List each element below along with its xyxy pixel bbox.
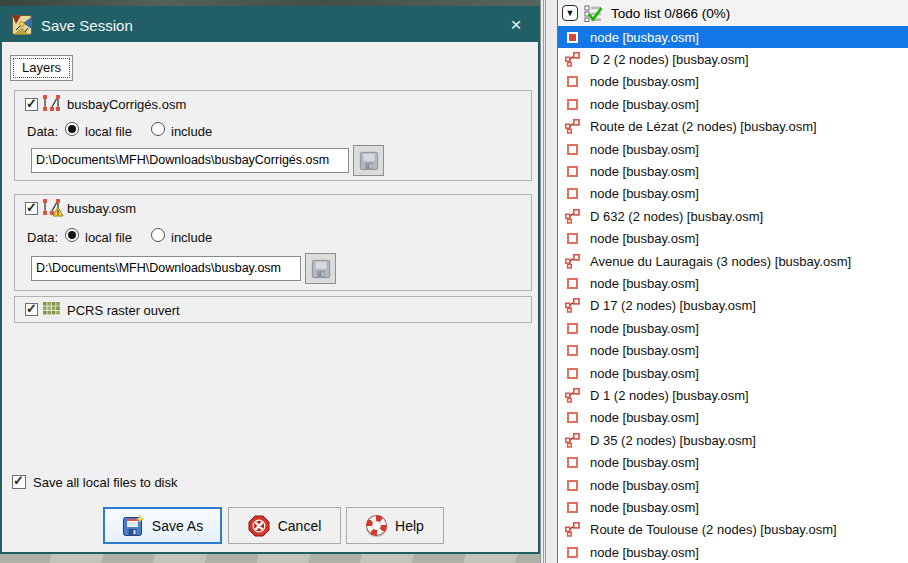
node-icon: [567, 278, 578, 289]
node-icon: [567, 368, 578, 379]
layer2-data-label: Data:: [27, 230, 58, 245]
cancel-icon: [248, 515, 270, 537]
todo-item-label: node [busbay.osm]: [590, 545, 699, 560]
cancel-label: Cancel: [278, 518, 322, 534]
todo-list-item[interactable]: Route de Toulouse (2 nodes) [busbay.osm]: [558, 519, 908, 541]
node-icon: [567, 502, 578, 513]
todo-panel: ▼ Todo list 0/866 (0%) node [busbay.osm]: [557, 0, 908, 563]
way-icon: [565, 119, 580, 134]
tab-layers[interactable]: Layers: [10, 55, 73, 81]
screen: Save Session × Layers busbayCorrigés.osm…: [0, 0, 908, 563]
node-icon: [567, 480, 578, 491]
node-icon: [567, 457, 578, 468]
todo-list-item[interactable]: node [busbay.osm]: [558, 272, 908, 294]
todo-item-label: node [busbay.osm]: [590, 500, 699, 515]
todo-item-label: node [busbay.osm]: [590, 276, 699, 291]
way-icon: [565, 209, 580, 224]
todo-item-label: node [busbay.osm]: [590, 30, 699, 45]
layer3-enabled-checkbox[interactable]: [25, 303, 38, 316]
raster-grid-icon: [43, 302, 60, 316]
todo-list-item[interactable]: node [busbay.osm]: [558, 138, 908, 160]
layer2-enabled-checkbox[interactable]: [25, 202, 38, 215]
layer2-local-file-radio[interactable]: [65, 228, 79, 242]
todo-item-label: D 2 (2 nodes) [busbay.osm]: [590, 52, 749, 67]
todo-item-label: node [busbay.osm]: [590, 366, 699, 381]
todo-list-item[interactable]: node [busbay.osm]: [558, 26, 908, 48]
layer1-local-file-label[interactable]: local file: [85, 124, 132, 139]
layer1-path-field[interactable]: D:\Documents\MFH\Downloads\busbayCorrigé…: [31, 148, 349, 173]
todo-list-item[interactable]: D 1 (2 nodes) [busbay.osm]: [558, 384, 908, 406]
todo-list-item[interactable]: Avenue du Lauragais (3 nodes) [busbay.os…: [558, 250, 908, 272]
osm-data-layer-warning-icon: [42, 198, 64, 217]
todo-list-item[interactable]: D 17 (2 nodes) [busbay.osm]: [558, 295, 908, 317]
todo-panel-header: ▼ Todo list 0/866 (0%): [558, 0, 908, 26]
layer1-include-label[interactable]: include: [171, 124, 212, 139]
save-as-label: Save As: [152, 518, 203, 534]
todo-list-item[interactable]: D 35 (2 nodes) [busbay.osm]: [558, 429, 908, 451]
todo-item-label: node [busbay.osm]: [590, 186, 699, 201]
todo-item-label: node [busbay.osm]: [590, 343, 699, 358]
todo-list-item[interactable]: node [busbay.osm]: [558, 228, 908, 250]
way-icon: [565, 388, 580, 403]
close-icon[interactable]: ×: [500, 12, 532, 38]
layer2-include-radio[interactable]: [151, 228, 165, 242]
layer-group-pcrs: PCRS raster ouvert: [14, 296, 532, 323]
way-icon: [565, 522, 580, 537]
dialog-titlebar[interactable]: Save Session ×: [2, 8, 538, 42]
layer-group-busbaycorriges: busbayCorrigés.osm Data: local file incl…: [14, 90, 532, 181]
layer2-include-label[interactable]: include: [171, 230, 212, 245]
panel-splitter[interactable]: [540, 0, 557, 563]
todo-list-item[interactable]: node [busbay.osm]: [558, 71, 908, 93]
osm-data-layer-icon: [42, 94, 62, 112]
layer2-save-file-button[interactable]: [305, 253, 336, 284]
todo-list-item[interactable]: node [busbay.osm]: [558, 93, 908, 115]
todo-list-item[interactable]: D 632 (2 nodes) [busbay.osm]: [558, 205, 908, 227]
todo-list-item[interactable]: node [busbay.osm]: [558, 160, 908, 182]
way-icon: [565, 254, 580, 269]
todo-list-item[interactable]: node [busbay.osm]: [558, 451, 908, 473]
todo-list-item[interactable]: node [busbay.osm]: [558, 339, 908, 361]
todo-list-item[interactable]: node [busbay.osm]: [558, 362, 908, 384]
layer1-data-label: Data:: [27, 124, 58, 139]
node-icon: [567, 412, 578, 423]
layer1-enabled-checkbox[interactable]: [25, 98, 38, 111]
chevron-down-icon[interactable]: ▼: [562, 5, 578, 21]
help-button[interactable]: Help: [346, 507, 444, 544]
todo-item-label: D 17 (2 nodes) [busbay.osm]: [590, 298, 756, 313]
layer1-local-file-radio[interactable]: [65, 122, 79, 136]
node-icon: [567, 32, 578, 43]
layer1-include-radio[interactable]: [151, 122, 165, 136]
todo-item-label: D 1 (2 nodes) [busbay.osm]: [590, 388, 749, 403]
todo-list-item[interactable]: node [busbay.osm]: [558, 541, 908, 563]
floppy-disabled-icon: [359, 151, 379, 171]
todo-item-label: node [busbay.osm]: [590, 164, 699, 179]
layer1-save-file-button[interactable]: [353, 145, 384, 176]
todo-list-item[interactable]: D 2 (2 nodes) [busbay.osm]: [558, 48, 908, 70]
save-all-label[interactable]: Save all local files to disk: [33, 475, 178, 490]
todo-item-label: node [busbay.osm]: [590, 74, 699, 89]
way-icon: [565, 298, 580, 313]
todo-list-item[interactable]: node [busbay.osm]: [558, 474, 908, 496]
layer3-name: PCRS raster ouvert: [67, 303, 180, 318]
cancel-button[interactable]: Cancel: [228, 507, 341, 544]
node-icon: [567, 188, 578, 199]
layer2-name: busbay.osm: [67, 201, 136, 216]
todo-list-item[interactable]: node [busbay.osm]: [558, 407, 908, 429]
node-icon: [567, 547, 578, 558]
todo-list-item[interactable]: node [busbay.osm]: [558, 183, 908, 205]
layer2-local-file-label[interactable]: local file: [85, 230, 132, 245]
node-icon: [567, 166, 578, 177]
todo-item-label: Avenue du Lauragais (3 nodes) [busbay.os…: [590, 254, 851, 269]
todo-list-item[interactable]: node [busbay.osm]: [558, 496, 908, 518]
todo-panel-title: Todo list 0/866 (0%): [611, 6, 730, 21]
background-photo-bottom: [0, 554, 540, 563]
save-all-checkbox[interactable]: [12, 475, 26, 489]
todo-list-item[interactable]: node [busbay.osm]: [558, 317, 908, 339]
josm-logo-icon: [12, 15, 32, 35]
dialog-title: Save Session: [41, 17, 133, 34]
layer2-path-field[interactable]: D:\Documents\MFH\Downloads\busbay.osm: [31, 256, 301, 281]
todo-item-label: node [busbay.osm]: [590, 455, 699, 470]
save-as-button[interactable]: Save As: [103, 507, 222, 544]
todo-item-label: D 35 (2 nodes) [busbay.osm]: [590, 433, 756, 448]
todo-list-item[interactable]: Route de Lézat (2 nodes) [busbay.osm]: [558, 116, 908, 138]
